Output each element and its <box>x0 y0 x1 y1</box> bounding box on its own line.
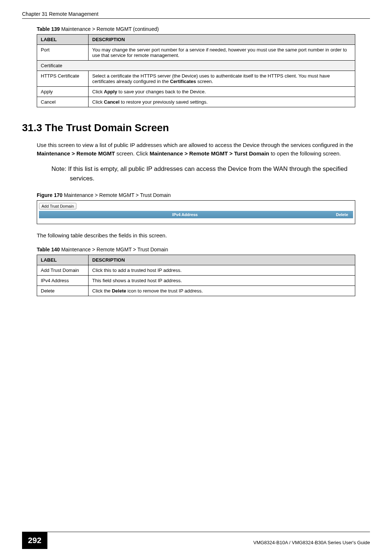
table-row: Port You may change the server port numb… <box>37 45 355 61</box>
ipv4-address-column-header: IPv4 Address <box>39 212 331 217</box>
figure170-screenshot: Add Trust Domain IPv4 Address Delete <box>37 200 355 224</box>
cell-desc: Click the Delete icon to remove the trus… <box>89 286 355 296</box>
desc-pre: Click <box>92 89 104 94</box>
desc-bold: Delete <box>112 288 126 294</box>
desc-pre: Click the <box>92 288 112 294</box>
cell-desc: Click Apply to save your changes back to… <box>89 87 355 97</box>
table-row: Add Trust Domain Click this to add a tru… <box>37 265 355 275</box>
table139: LABEL DESCRIPTION Port You may change th… <box>37 34 355 107</box>
table139-col1-header: LABEL <box>37 35 89 45</box>
section-para1: Use this screen to view a list of public… <box>37 141 355 158</box>
table139-col2-header: DESCRIPTION <box>89 35 355 45</box>
cell-label: HTTPS Certificate <box>37 71 89 87</box>
section-heading: 31.3 The Trust Domain Screen <box>22 122 370 134</box>
table140-caption: Table 140 Maintenance > Remote MGMT > Tr… <box>37 247 355 252</box>
para-bold: Maintenance > Remote MGMT > Turst Domain <box>150 150 269 157</box>
desc-post: icon to remove the trust IP address. <box>126 288 203 294</box>
note-text: Note: If this list is empty, all public … <box>37 164 355 183</box>
figure170-caption-text: Maintenance > Remote MGMT > Trust Domain <box>62 192 171 198</box>
cell-desc: Click Cancel to restore your previously … <box>89 97 355 107</box>
table139-caption: Table 139 Maintenance > Remote MGMT (con… <box>37 26 355 32</box>
add-trust-domain-button[interactable]: Add Trust Domain <box>39 203 76 209</box>
cell-label: Add Trust Domain <box>37 265 89 275</box>
para-text: to open the following screen. <box>269 150 341 157</box>
table140-caption-number: Table 140 <box>37 247 60 252</box>
paragraph-after-figure: The following table describes the fields… <box>37 231 355 240</box>
cell-label: Cancel <box>37 97 89 107</box>
para-bold: Maintenance > Remote MGMT <box>37 150 115 157</box>
desc-pre: Click <box>92 99 104 105</box>
table-row: Apply Click Apply to save your changes b… <box>37 87 355 97</box>
cell-desc: You may change the server port number fo… <box>89 45 355 61</box>
table-header-row: LABEL DESCRIPTION <box>37 35 355 45</box>
table139-caption-number: Table 139 <box>37 26 60 32</box>
para-text: Use this screen to view a list of public… <box>37 142 353 148</box>
figure170-caption: Figure 170 Maintenance > Remote MGMT > T… <box>37 192 355 198</box>
table-row: Delete Click the Delete icon to remove t… <box>37 286 355 296</box>
table140-col2-header: DESCRIPTION <box>89 255 355 265</box>
cell-label: Port <box>37 45 89 61</box>
cell-label: IPv4 Address <box>37 275 89 286</box>
table140-col1-header: LABEL <box>37 255 89 265</box>
trust-domain-header-bar: IPv4 Address Delete <box>39 211 353 218</box>
para-text: screen. Click <box>115 150 150 157</box>
table-header-row: LABEL DESCRIPTION <box>37 255 355 265</box>
cell-label: Apply <box>37 87 89 97</box>
cell-desc: Click this to add a trusted host IP addr… <box>89 265 355 275</box>
desc-bold: Cancel <box>104 99 120 105</box>
desc-post: to save your changes back to the Device. <box>117 89 206 94</box>
cell-label: Delete <box>37 286 89 296</box>
chapter-title: Chapter 31 Remote Management <box>22 11 370 17</box>
table-row: HTTPS Certificate Select a certificate t… <box>37 71 355 87</box>
cell-desc: Select a certificate the HTTPS server (t… <box>89 71 355 87</box>
desc-bold: Certificates <box>170 79 196 84</box>
desc-post: to restore your previously saved setting… <box>119 99 208 105</box>
cell-section: Certificate <box>37 61 355 71</box>
page-footer: 292 VMG8324-B10A / VMG8324-B30A Series U… <box>22 532 370 549</box>
footer-guide-name: VMG8324-B10A / VMG8324-B30A Series User'… <box>47 536 370 545</box>
table140: LABEL DESCRIPTION Add Trust Domain Click… <box>37 255 355 296</box>
cell-desc: This field shows a trusted host IP addre… <box>89 275 355 286</box>
table-row: IPv4 Address This field shows a trusted … <box>37 275 355 286</box>
figure170-caption-number: Figure 170 <box>37 192 62 198</box>
table140-caption-text: Maintenance > Remote MGMT > Trust Domain <box>60 247 168 252</box>
table-row: Cancel Click Cancel to restore your prev… <box>37 97 355 107</box>
desc-post: screen. <box>196 79 213 84</box>
page-number: 292 <box>22 532 47 549</box>
delete-column-header: Delete <box>331 212 353 217</box>
table-row: Certificate <box>37 61 355 71</box>
desc-bold: Apply <box>104 89 117 94</box>
table139-caption-text: Maintenance > Remote MGMT (continued) <box>60 26 159 32</box>
